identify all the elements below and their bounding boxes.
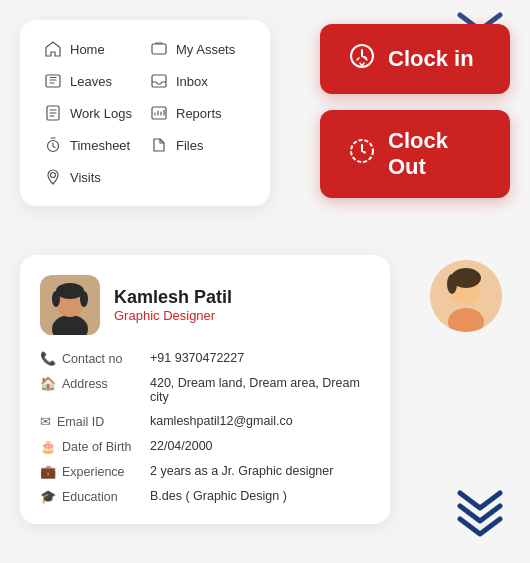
timesheet-icon (44, 136, 62, 154)
avatar (40, 275, 100, 335)
email-label-group: ✉ Email ID (40, 414, 140, 429)
bottom-chevrons (450, 488, 510, 543)
menu-item-leaves[interactable]: Leaves (44, 72, 140, 90)
menu-item-work-logs[interactable]: Work Logs (44, 104, 140, 122)
menu-item-reports[interactable]: Reports (150, 104, 246, 122)
menu-grid: Home My Assets Leaves (44, 40, 246, 186)
reports-icon (150, 104, 168, 122)
address-value: 420, Dream land, Dream area, Dream city (150, 376, 370, 404)
svg-point-14 (80, 291, 88, 307)
phone-icon: 📞 (40, 351, 56, 366)
clock-in-icon (348, 42, 376, 76)
leaves-label: Leaves (70, 74, 112, 89)
home-icon (44, 40, 62, 58)
profile-job-title: Graphic Designer (114, 308, 232, 323)
education-label-group: 🎓 Education (40, 489, 140, 504)
visits-label: Visits (70, 170, 101, 185)
contact-label: Contact no (62, 352, 122, 366)
profile-card: Kamlesh Patil Graphic Designer 📞 Contact… (20, 255, 390, 524)
info-row-contact: 📞 Contact no +91 9370472227 (40, 351, 370, 366)
menu-item-visits[interactable]: Visits (44, 168, 140, 186)
profile-header: Kamlesh Patil Graphic Designer (40, 275, 370, 335)
contact-value: +91 9370472227 (150, 351, 244, 365)
avatar-illustration (430, 260, 502, 332)
menu-item-timesheet[interactable]: Timesheet (44, 136, 140, 154)
inbox-label: Inbox (176, 74, 208, 89)
clock-out-button[interactable]: Clock Out (320, 110, 510, 198)
contact-label-group: 📞 Contact no (40, 351, 140, 366)
info-row-address: 🏠 Address 420, Dream land, Dream area, D… (40, 376, 370, 404)
reports-label: Reports (176, 106, 222, 121)
profile-name: Kamlesh Patil (114, 287, 232, 308)
clock-out-label: Clock Out (388, 128, 482, 180)
svg-point-6 (51, 173, 56, 178)
my-assets-label: My Assets (176, 42, 235, 57)
email-value: kamleshpatil12@gmail.co (150, 414, 293, 428)
email-icon: ✉ (40, 414, 51, 429)
info-row-experience: 💼 Experience 2 years as a Jr. Graphic de… (40, 464, 370, 479)
menu-item-home[interactable]: Home (44, 40, 140, 58)
work-logs-icon (44, 104, 62, 122)
clock-in-button[interactable]: Clock in (320, 24, 510, 94)
home-label: Home (70, 42, 105, 57)
svg-rect-2 (152, 75, 166, 87)
svg-point-19 (447, 274, 457, 294)
svg-rect-0 (152, 44, 166, 54)
address-icon: 🏠 (40, 376, 56, 391)
info-row-email: ✉ Email ID kamleshpatil12@gmail.co (40, 414, 370, 429)
timesheet-label: Timesheet (70, 138, 130, 153)
clock-in-label: Clock in (388, 46, 474, 72)
info-row-education: 🎓 Education B.des ( Graphic Design ) (40, 489, 370, 504)
files-icon (150, 136, 168, 154)
dob-label: Date of Birth (62, 440, 131, 454)
experience-label: Experience (62, 465, 125, 479)
email-label: Email ID (57, 415, 104, 429)
profile-text: Kamlesh Patil Graphic Designer (114, 287, 232, 323)
menu-item-files[interactable]: Files (150, 136, 246, 154)
clock-out-icon (348, 137, 376, 171)
work-logs-label: Work Logs (70, 106, 132, 121)
experience-value: 2 years as a Jr. Graphic designer (150, 464, 333, 478)
menu-item-my-assets[interactable]: My Assets (150, 40, 246, 58)
dob-value: 22/04/2000 (150, 439, 213, 453)
svg-point-12 (56, 283, 84, 299)
leaves-icon (44, 72, 62, 90)
dob-icon: 🎂 (40, 439, 56, 454)
profile-info: 📞 Contact no +91 9370472227 🏠 Address 42… (40, 351, 370, 504)
info-row-dob: 🎂 Date of Birth 22/04/2000 (40, 439, 370, 454)
my-assets-icon (150, 40, 168, 58)
svg-point-13 (52, 291, 60, 307)
education-icon: 🎓 (40, 489, 56, 504)
visits-icon (44, 168, 62, 186)
experience-label-group: 💼 Experience (40, 464, 140, 479)
menu-item-inbox[interactable]: Inbox (150, 72, 246, 90)
files-label: Files (176, 138, 203, 153)
address-label-group: 🏠 Address (40, 376, 140, 391)
dob-label-group: 🎂 Date of Birth (40, 439, 140, 454)
inbox-icon (150, 72, 168, 90)
education-label: Education (62, 490, 118, 504)
education-value: B.des ( Graphic Design ) (150, 489, 287, 503)
address-label: Address (62, 377, 108, 391)
svg-rect-1 (46, 75, 60, 87)
experience-icon: 💼 (40, 464, 56, 479)
menu-card: Home My Assets Leaves (20, 20, 270, 206)
